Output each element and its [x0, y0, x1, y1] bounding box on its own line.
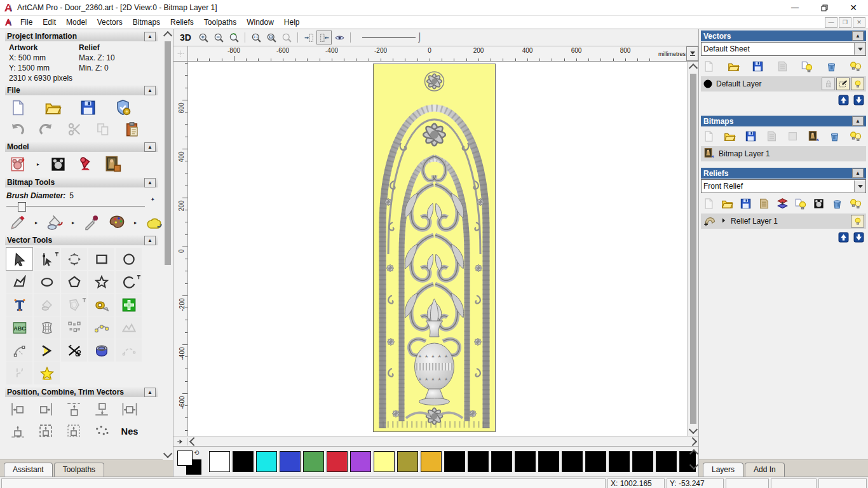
block-copy-tool[interactable]: [61, 316, 87, 339]
align-bottom-edge-icon[interactable]: [93, 400, 111, 418]
zoom-object-icon[interactable]: [281, 32, 293, 44]
create-star-tool[interactable]: [88, 271, 114, 293]
menu-reliefs[interactable]: Reliefs: [165, 17, 199, 28]
palette-swatch-2[interactable]: [256, 451, 277, 472]
create-polygon-icon[interactable]: [67, 274, 82, 290]
create-text-tool[interactable]: [6, 294, 32, 316]
centre-plus-icon[interactable]: [65, 422, 83, 440]
view-eye-button[interactable]: [332, 31, 346, 44]
canvas-horizontal-scrollbar[interactable]: [173, 436, 698, 446]
relief-layer-row[interactable]: Relief Layer 1: [701, 214, 866, 229]
paste-special-tool[interactable]: [116, 294, 142, 316]
zoom-object-button[interactable]: [280, 31, 294, 44]
centre-dashed-icon[interactable]: [37, 422, 55, 440]
collapse-button[interactable]: ▲: [852, 31, 864, 41]
new-relief-icon[interactable]: [702, 197, 715, 210]
scatter-points-icon[interactable]: [93, 422, 111, 440]
delete-trash-icon[interactable]: [831, 197, 844, 210]
palette-swatch-9[interactable]: [421, 451, 442, 472]
zoom-slider-handle-icon[interactable]: ⌡: [417, 32, 422, 42]
zoom-slider[interactable]: ⌡: [362, 32, 426, 43]
interactive-sculpt-tool[interactable]: [88, 339, 114, 362]
section-header-project-information[interactable]: Project Information ▲: [5, 31, 158, 41]
section-header-position-combine-trim[interactable]: Position, Combine, Trim Vectors ▲: [5, 387, 158, 397]
edit-nodes-tool[interactable]: [34, 248, 60, 270]
block-copy-icon[interactable]: [67, 320, 82, 336]
toggle-bulbs-icon[interactable]: [849, 197, 862, 210]
set-model-size-icon[interactable]: [9, 155, 27, 173]
new-sheet-icon[interactable]: [702, 60, 715, 73]
measure-tool-icon[interactable]: [94, 297, 109, 313]
palette-swatch-13[interactable]: [515, 451, 536, 472]
copy-pages-icon[interactable]: [95, 121, 112, 138]
create-rectangle-tool[interactable]: [88, 248, 114, 270]
layer-name[interactable]: Relief Layer 1: [731, 217, 848, 226]
open-file-icon[interactable]: [44, 98, 62, 117]
tab-toolpaths[interactable]: Toolpaths: [54, 463, 104, 477]
menu-vectors[interactable]: Vectors: [92, 17, 128, 28]
redo-icon[interactable]: [37, 121, 55, 138]
vectors-header[interactable]: Vectors ▲: [701, 30, 866, 41]
edit-pencil-icon[interactable]: [838, 79, 848, 89]
tab-layers[interactable]: Layers: [703, 463, 743, 477]
cut-scissors-icon[interactable]: [66, 121, 83, 138]
scroll-down-icon[interactable]: [163, 449, 172, 458]
import-bitmap-icon[interactable]: [703, 147, 715, 159]
section-header-vector-tools[interactable]: Vector Tools ▲: [5, 235, 158, 245]
palette-swatch-0[interactable]: [209, 451, 230, 472]
align-right-edge-icon[interactable]: [37, 400, 55, 418]
star-wizard-icon[interactable]: [39, 366, 55, 381]
palette-swatch-6[interactable]: [350, 451, 371, 472]
lock-layer-button[interactable]: [822, 78, 835, 90]
save-floppy-icon[interactable]: [744, 130, 757, 143]
palette-swatch-3[interactable]: [280, 451, 301, 472]
swap-colours-icon[interactable]: ⟲: [194, 449, 199, 456]
align-left-edge-icon[interactable]: [9, 400, 27, 418]
menu-toolpaths[interactable]: Toolpaths: [199, 17, 241, 28]
menu-bitmaps[interactable]: Bitmaps: [128, 17, 165, 28]
save-file-icon[interactable]: [79, 98, 97, 117]
collapse-button[interactable]: ▲: [144, 32, 156, 41]
close-button[interactable]: ✕: [839, 1, 868, 15]
snap-right-icon[interactable]: [318, 32, 330, 44]
palette-swatch-1[interactable]: [233, 451, 254, 472]
model-issues-icon[interactable]: [114, 98, 132, 117]
import-bitmap-icon[interactable]: [807, 130, 820, 143]
toggle-bulbs-icon[interactable]: [849, 60, 862, 73]
spline-smooth-tool[interactable]: [116, 339, 142, 362]
toggle-bulbs-icon[interactable]: [849, 130, 862, 143]
create-rectangle-icon[interactable]: [94, 252, 109, 267]
bitmap-layer-row[interactable]: Bitmap Layer 1: [701, 146, 866, 161]
create-ellipse-tool[interactable]: [34, 271, 60, 293]
palette-swatch-18[interactable]: [632, 451, 653, 472]
create-arc-tool[interactable]: [116, 271, 142, 293]
blank-bitmap-icon[interactable]: [786, 130, 799, 143]
palette-swatch-11[interactable]: [468, 451, 489, 472]
create-node-curve-icon[interactable]: [94, 320, 109, 336]
2d-view-canvas[interactable]: ★★★★★ ★★★★★: [188, 62, 687, 436]
layer-bulb-button[interactable]: [851, 215, 864, 227]
collapse-button[interactable]: ▲: [852, 116, 864, 126]
create-star-icon[interactable]: [94, 274, 109, 290]
ruler-origin-button[interactable]: [173, 46, 188, 61]
slider-thumb[interactable]: [18, 202, 26, 212]
create-polyline-icon[interactable]: [12, 274, 27, 290]
palette-swatch-4[interactable]: [303, 451, 324, 472]
unwrap-curve-icon[interactable]: [121, 320, 137, 336]
palette-swatch-12[interactable]: [491, 451, 512, 472]
relief-select[interactable]: Front Relief: [701, 179, 866, 193]
centre-page-icon[interactable]: [9, 422, 27, 440]
flyout-arrow-icon[interactable]: ▸: [35, 220, 37, 226]
paint-brush-icon[interactable]: [9, 214, 27, 231]
scroll-right-icon[interactable]: [688, 437, 697, 445]
zoom-1to1-button[interactable]: 1:1: [249, 31, 263, 44]
tab-add-in[interactable]: Add In: [745, 463, 785, 477]
zoom-in-icon[interactable]: [198, 32, 210, 44]
flyout-arrow-icon[interactable]: ▸: [72, 220, 74, 226]
menu-edit[interactable]: Edit: [37, 17, 61, 28]
relief-thumb-icon[interactable]: [703, 214, 717, 227]
sheet-select[interactable]: Default Sheet: [701, 42, 866, 56]
create-circle-tool[interactable]: [116, 248, 142, 270]
texture-flood-icon[interactable]: [145, 214, 163, 231]
lighting-lamp-icon[interactable]: [76, 155, 95, 173]
